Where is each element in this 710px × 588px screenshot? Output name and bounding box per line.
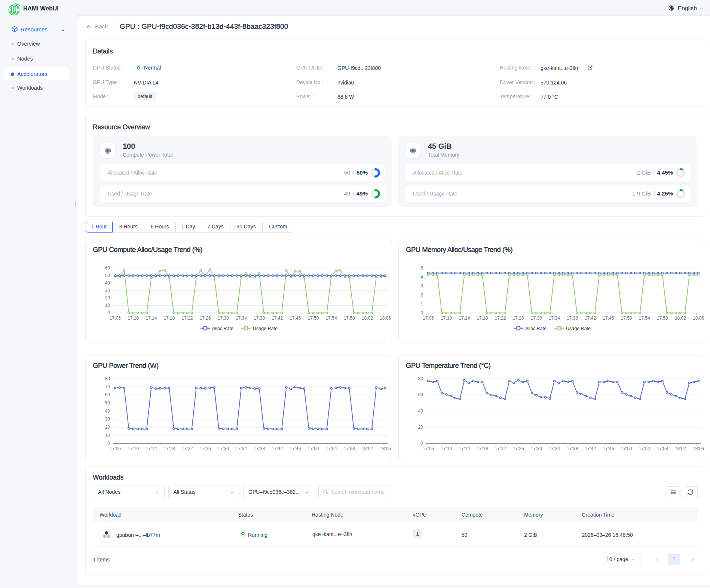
svg-text:17:46: 17:46 xyxy=(603,446,614,451)
svg-text:2: 2 xyxy=(420,292,423,298)
svg-text:20: 20 xyxy=(105,425,110,430)
svg-text:18:06: 18:06 xyxy=(693,446,704,451)
svg-text:0: 0 xyxy=(420,441,423,446)
svg-text:10: 10 xyxy=(105,303,110,308)
svg-text:17:34: 17:34 xyxy=(236,446,247,451)
svg-text:17:26: 17:26 xyxy=(513,446,524,451)
svg-text:18:06: 18:06 xyxy=(380,446,391,451)
svg-text:17:46: 17:46 xyxy=(290,315,301,321)
svg-text:17:18: 17:18 xyxy=(163,446,175,451)
svg-text:17:54: 17:54 xyxy=(326,446,337,451)
svg-text:18:02: 18:02 xyxy=(675,315,686,321)
svg-text:17:38: 17:38 xyxy=(254,446,265,451)
svg-text:20: 20 xyxy=(105,295,110,301)
svg-text:17:46: 17:46 xyxy=(603,315,614,321)
svg-text:17:58: 17:58 xyxy=(657,315,668,321)
svg-text:17:10: 17:10 xyxy=(441,446,452,451)
svg-text:17:30: 17:30 xyxy=(218,446,229,451)
svg-text:17:14: 17:14 xyxy=(459,315,470,321)
svg-text:17:30: 17:30 xyxy=(531,315,542,321)
svg-text:4: 4 xyxy=(420,274,423,280)
svg-text:60: 60 xyxy=(418,392,423,397)
svg-text:17:22: 17:22 xyxy=(495,315,506,321)
svg-text:18:02: 18:02 xyxy=(362,315,373,321)
svg-text:10: 10 xyxy=(105,433,110,438)
svg-text:18:02: 18:02 xyxy=(362,446,373,451)
svg-text:18:06: 18:06 xyxy=(693,315,704,321)
svg-text:17:38: 17:38 xyxy=(567,315,578,321)
svg-text:17:06: 17:06 xyxy=(423,446,434,451)
svg-text:Alloc Rate: Alloc Rate xyxy=(212,326,233,331)
svg-text:17:38: 17:38 xyxy=(254,315,265,321)
svg-text:17:38: 17:38 xyxy=(567,446,578,451)
svg-text:40: 40 xyxy=(105,409,110,414)
svg-text:17:22: 17:22 xyxy=(181,315,193,321)
svg-text:17:14: 17:14 xyxy=(146,315,157,321)
svg-text:17:30: 17:30 xyxy=(218,315,229,321)
svg-text:17:50: 17:50 xyxy=(621,446,632,451)
svg-text:40: 40 xyxy=(418,409,423,414)
svg-text:17:42: 17:42 xyxy=(585,315,596,321)
svg-text:17:34: 17:34 xyxy=(549,315,560,321)
svg-text:1: 1 xyxy=(420,301,423,307)
svg-text:30: 30 xyxy=(105,416,110,422)
svg-text:60: 60 xyxy=(105,265,110,271)
svg-text:17:06: 17:06 xyxy=(110,315,121,321)
svg-text:17:50: 17:50 xyxy=(307,315,319,321)
svg-text:17:18: 17:18 xyxy=(477,446,488,451)
svg-text:17:42: 17:42 xyxy=(585,446,596,451)
svg-text:17:58: 17:58 xyxy=(344,315,355,321)
svg-text:17:42: 17:42 xyxy=(272,446,283,451)
svg-text:0: 0 xyxy=(420,310,423,315)
svg-text:20: 20 xyxy=(418,425,423,430)
svg-text:17:18: 17:18 xyxy=(163,315,175,321)
svg-text:80: 80 xyxy=(105,376,110,381)
svg-text:17:22: 17:22 xyxy=(495,446,506,451)
svg-text:Alloc Rate: Alloc Rate xyxy=(525,326,547,331)
svg-text:17:58: 17:58 xyxy=(657,446,668,451)
svg-text:17:10: 17:10 xyxy=(128,446,139,451)
svg-text:60: 60 xyxy=(105,392,110,397)
svg-text:17:54: 17:54 xyxy=(326,315,337,321)
svg-text:17:54: 17:54 xyxy=(639,315,650,321)
svg-text:17:14: 17:14 xyxy=(459,446,470,451)
svg-text:18:02: 18:02 xyxy=(675,446,686,451)
svg-text:80: 80 xyxy=(418,376,423,381)
svg-text:18:06: 18:06 xyxy=(380,315,391,321)
svg-text:17:06: 17:06 xyxy=(423,315,434,321)
svg-text:17:46: 17:46 xyxy=(290,446,301,451)
svg-text:40: 40 xyxy=(105,280,110,286)
svg-text:17:50: 17:50 xyxy=(307,446,319,451)
svg-text:0: 0 xyxy=(107,310,110,315)
svg-text:3: 3 xyxy=(420,283,423,289)
svg-text:17:22: 17:22 xyxy=(181,446,193,451)
svg-text:17:58: 17:58 xyxy=(344,446,355,451)
svg-text:50: 50 xyxy=(105,400,110,406)
svg-text:17:42: 17:42 xyxy=(272,315,283,321)
svg-text:17:10: 17:10 xyxy=(441,315,452,321)
svg-text:17:06: 17:06 xyxy=(110,446,121,451)
svg-text:17:34: 17:34 xyxy=(236,315,247,321)
svg-text:50: 50 xyxy=(105,273,110,278)
svg-text:17:26: 17:26 xyxy=(200,446,211,451)
svg-text:17:10: 17:10 xyxy=(128,315,139,321)
svg-text:17:30: 17:30 xyxy=(531,446,542,451)
svg-text:17:54: 17:54 xyxy=(639,446,650,451)
svg-text:17:14: 17:14 xyxy=(146,446,157,451)
svg-text:Usage Rate: Usage Rate xyxy=(566,326,591,331)
svg-text:5: 5 xyxy=(420,265,423,271)
svg-text:17:26: 17:26 xyxy=(513,315,524,321)
svg-text:0: 0 xyxy=(107,441,110,446)
svg-text:17:26: 17:26 xyxy=(200,315,211,321)
svg-text:Usage Rate: Usage Rate xyxy=(253,326,278,331)
svg-text:17:18: 17:18 xyxy=(477,315,488,321)
svg-text:17:50: 17:50 xyxy=(621,315,632,321)
svg-text:30: 30 xyxy=(105,288,110,293)
svg-text:17:34: 17:34 xyxy=(549,446,560,451)
svg-text:70: 70 xyxy=(105,384,110,390)
